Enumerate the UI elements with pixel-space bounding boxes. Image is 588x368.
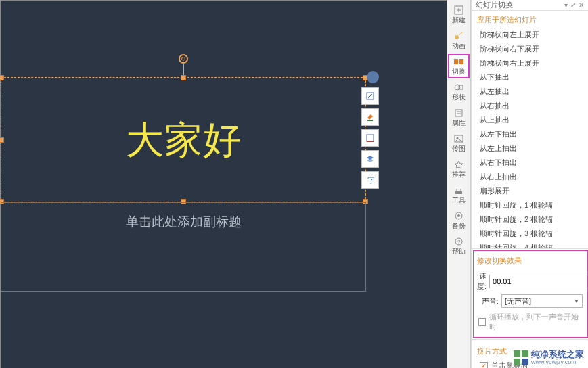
mini-toolbar-handle-icon[interactable] bbox=[367, 71, 379, 83]
svg-text:?: ? bbox=[457, 239, 461, 245]
side-tab-label: 形状 bbox=[452, 93, 466, 102]
trans-icon bbox=[453, 57, 464, 66]
apply-section-title: 应用于所选幻灯片 bbox=[472, 11, 588, 28]
chevron-down-icon: ▼ bbox=[574, 298, 579, 304]
side-tab-trans[interactable]: 切换 bbox=[448, 54, 470, 78]
advance-on-click-checkbox[interactable]: ✔ bbox=[480, 362, 488, 369]
speed-label: 速度: bbox=[477, 271, 487, 292]
advance-section-title: 换片方式 bbox=[477, 342, 583, 359]
panel-close-icon[interactable]: ✕ bbox=[579, 1, 584, 9]
transition-item[interactable]: 顺时针回旋，1 根轮辐 bbox=[472, 198, 588, 212]
help-icon: ? bbox=[453, 237, 464, 246]
side-tab-shape[interactable]: 形状 bbox=[448, 80, 470, 104]
anim-icon bbox=[453, 31, 464, 41]
transition-item[interactable]: 顺时针回旋，3 根轮辐 bbox=[472, 227, 588, 241]
side-tab-bar: 新建动画切换形状属性传图推荐工具备份?帮助 bbox=[447, 0, 471, 368]
svg-rect-2 bbox=[367, 135, 374, 141]
loop-sound-checkbox bbox=[478, 318, 486, 326]
transition-item[interactable]: 阶梯状向右下展开 bbox=[472, 42, 588, 56]
transition-list[interactable]: 阶梯状向左上展开阶梯状向右下展开阶梯状向右上展开从下抽出从左抽出从右抽出从上抽出… bbox=[472, 28, 588, 248]
mini-tool-edit-icon[interactable] bbox=[361, 87, 379, 105]
mini-tool-outline-icon[interactable] bbox=[361, 129, 379, 147]
svg-rect-8 bbox=[459, 59, 463, 64]
svg-point-6 bbox=[455, 35, 459, 39]
transition-item[interactable]: 扇形展开 bbox=[472, 184, 588, 198]
svg-rect-3 bbox=[367, 141, 374, 142]
subtitle-text-box[interactable]: 单击此处添加副标题 bbox=[1, 202, 366, 292]
sound-select[interactable]: [无声音] ▼ bbox=[501, 294, 583, 308]
transition-item[interactable]: 从左抽出 bbox=[472, 85, 588, 99]
advance-on-click-label: 单击鼠标时 bbox=[491, 361, 528, 368]
transition-panel: 幻灯片切换 ▾ ⤢ ✕ 应用于所选幻灯片 阶梯状向左上展开阶梯状向右下展开阶梯状… bbox=[471, 0, 588, 368]
mini-tool-layers-icon[interactable] bbox=[361, 150, 379, 168]
mini-tool-fill-icon[interactable] bbox=[361, 108, 379, 126]
transition-item[interactable]: 从下抽出 bbox=[472, 70, 588, 85]
svg-rect-11 bbox=[455, 110, 462, 116]
modify-effect-section: 修改切换效果 速度: ▲▼ 声音: [无声音] ▼ 循环播放，到下一声音开始时 bbox=[472, 248, 588, 339]
title-text-box[interactable]: ↻ 大家好 bbox=[1, 77, 366, 202]
side-tab-anim[interactable]: 动画 bbox=[448, 28, 470, 53]
svg-rect-1 bbox=[367, 120, 373, 121]
transition-item[interactable]: 阶梯状向左上展开 bbox=[472, 28, 588, 42]
transition-item[interactable]: 顺时针回旋，4 根轮辐 bbox=[472, 241, 588, 248]
side-tab-rec[interactable]: 推荐 bbox=[448, 157, 470, 181]
side-tab-label: 属性 bbox=[452, 118, 466, 128]
resize-handle-mid-left[interactable] bbox=[0, 137, 4, 143]
backup-icon bbox=[453, 211, 464, 221]
slide-canvas[interactable]: ↻ 大家好 单击此处添加副标题 字 bbox=[0, 0, 447, 368]
svg-point-16 bbox=[457, 214, 460, 217]
panel-expand-icon[interactable]: ⤢ bbox=[570, 1, 576, 9]
loop-sound-label: 循环播放，到下一声音开始时 bbox=[489, 312, 581, 332]
speed-input[interactable] bbox=[489, 275, 588, 288]
shape-icon bbox=[453, 83, 464, 92]
side-tab-label: 切换 bbox=[452, 67, 466, 76]
side-tab-help[interactable]: ?帮助 bbox=[448, 234, 470, 258]
side-tab-tool[interactable]: 工具 bbox=[448, 183, 470, 207]
side-tab-backup[interactable]: 备份 bbox=[448, 208, 470, 233]
svg-text:字: 字 bbox=[367, 176, 375, 184]
prop-icon bbox=[453, 108, 464, 118]
rec-icon bbox=[453, 160, 464, 169]
transition-item[interactable]: 从右上抽出 bbox=[472, 170, 588, 184]
side-tab-label: 推荐 bbox=[452, 170, 466, 179]
side-tab-label: 新建 bbox=[452, 16, 466, 25]
transition-item[interactable]: 顺时针回旋，2 根轮辐 bbox=[472, 212, 588, 227]
rotate-connector bbox=[183, 64, 184, 75]
side-tab-label: 工具 bbox=[452, 196, 466, 205]
transition-item[interactable]: 从上抽出 bbox=[472, 113, 588, 127]
svg-rect-7 bbox=[454, 59, 458, 64]
side-tab-new[interactable]: 新建 bbox=[448, 3, 470, 27]
advance-on-click-row[interactable]: ✔ 单击鼠标时 bbox=[477, 359, 583, 368]
modify-section-title: 修改切换效果 bbox=[476, 252, 584, 269]
title-text[interactable]: 大家好 bbox=[1, 78, 365, 203]
panel-dropdown-icon[interactable]: ▾ bbox=[564, 1, 568, 9]
advance-section: 换片方式 ✔ 单击鼠标时 ✔ 排定 bbox=[472, 339, 588, 368]
side-tab-label: 帮助 bbox=[452, 247, 466, 256]
side-tab-label: 动画 bbox=[452, 41, 466, 51]
transition-item[interactable]: 从左上抽出 bbox=[472, 141, 588, 156]
transition-item[interactable]: 从右抽出 bbox=[472, 99, 588, 113]
side-tab-label: 传图 bbox=[452, 144, 466, 154]
tool-icon bbox=[453, 185, 464, 195]
side-tab-label: 备份 bbox=[452, 221, 466, 231]
sound-value: [无声音] bbox=[505, 296, 531, 306]
loop-sound-row: 循环播放，到下一声音开始时 bbox=[476, 310, 584, 334]
subtitle-placeholder[interactable]: 单击此处添加副标题 bbox=[1, 203, 365, 231]
panel-header: 幻灯片切换 ▾ ⤢ ✕ bbox=[472, 0, 588, 11]
panel-title: 幻灯片切换 bbox=[476, 0, 513, 10]
rotate-handle-icon[interactable]: ↻ bbox=[179, 54, 188, 64]
transition-item[interactable]: 阶梯状向右上展开 bbox=[472, 56, 588, 70]
sound-label: 声音: bbox=[477, 296, 499, 306]
mini-tool-text-icon[interactable]: 字 bbox=[361, 171, 379, 189]
svg-rect-14 bbox=[455, 191, 462, 194]
mini-toolbar: 字 bbox=[361, 87, 379, 189]
transition-item[interactable]: 从左下抽出 bbox=[472, 127, 588, 141]
pic-icon bbox=[453, 134, 464, 143]
resize-handle-top-mid[interactable] bbox=[181, 75, 186, 80]
new-icon bbox=[453, 5, 464, 15]
side-tab-prop[interactable]: 属性 bbox=[448, 106, 470, 130]
transition-item[interactable]: 从右下抽出 bbox=[472, 156, 588, 170]
side-tab-pic[interactable]: 传图 bbox=[448, 131, 470, 156]
resize-handle-top-left[interactable] bbox=[0, 75, 4, 80]
